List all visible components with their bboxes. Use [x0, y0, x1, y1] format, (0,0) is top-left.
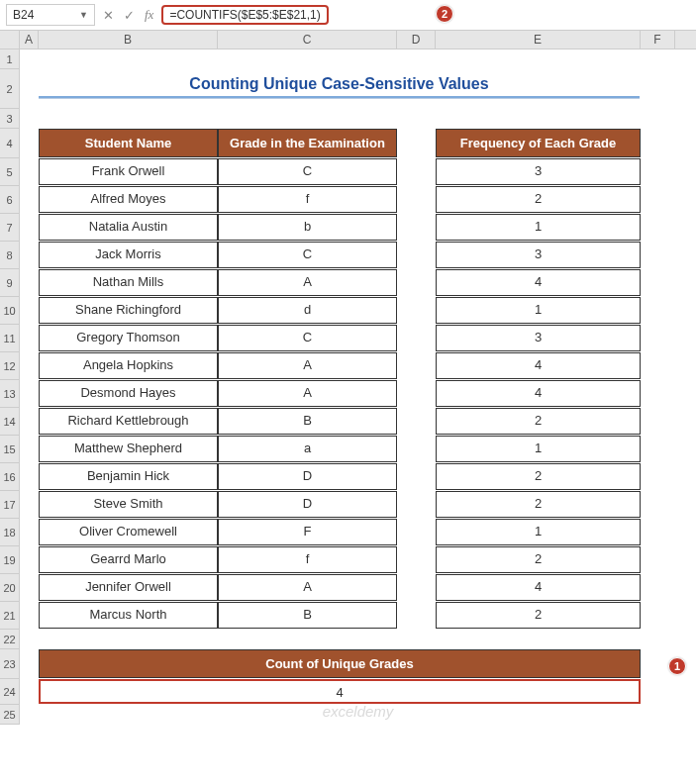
cell-grade[interactable]: D [218, 463, 397, 490]
cell-name[interactable]: Jennifer Orwell [39, 574, 218, 601]
cell-freq[interactable]: 4 [436, 380, 641, 407]
cell-freq[interactable]: 4 [436, 269, 641, 296]
col-header-F[interactable]: F [641, 31, 675, 49]
cell-freq[interactable]: 4 [436, 574, 641, 601]
row-header[interactable]: 5 [0, 158, 20, 186]
col-header-A[interactable]: A [20, 31, 39, 49]
cell-name[interactable]: Gregory Thomson [39, 325, 218, 351]
row-header[interactable]: 10 [0, 297, 20, 325]
select-all[interactable] [0, 31, 20, 49]
cell-grade[interactable]: f [218, 546, 397, 573]
table-row: Jennifer OrwellA4 [20, 574, 696, 602]
cell-name[interactable]: Shane Richingford [39, 297, 218, 324]
row-header[interactable]: 14 [0, 408, 20, 436]
formula-input[interactable]: =COUNTIFS($E$5:$E$21,1) [161, 4, 690, 26]
row-header[interactable]: 3 [0, 109, 20, 129]
cell-grade[interactable]: C [218, 242, 397, 268]
row-header[interactable]: 13 [0, 380, 20, 408]
row-header[interactable]: 16 [0, 463, 20, 491]
col-header-D[interactable]: D [397, 31, 436, 49]
chevron-down-icon[interactable]: ▼ [79, 10, 88, 20]
cell-freq[interactable]: 1 [436, 214, 641, 241]
cell-freq[interactable]: 1 [436, 297, 641, 324]
cell-name[interactable]: Marcus North [39, 602, 218, 629]
table-row: Angela HopkinsA4 [20, 352, 696, 380]
cell-name[interactable]: Angela Hopkins [39, 352, 218, 379]
row-header[interactable]: 19 [0, 546, 20, 574]
col-header-C[interactable]: C [218, 31, 397, 49]
table-row: Desmond HayesA4 [20, 380, 696, 408]
header-freq: Frequency of Each Grade [436, 129, 641, 157]
cell-freq[interactable]: 2 [436, 408, 641, 435]
cell-grade[interactable]: A [218, 352, 397, 379]
table-row: Nathan MillsA4 [20, 269, 696, 297]
row-header[interactable]: 9 [0, 269, 20, 297]
cell-grade[interactable]: F [218, 519, 397, 545]
table-row: Gregory ThomsonC3 [20, 325, 696, 352]
cell-grade[interactable]: B [218, 602, 397, 629]
fx-icon[interactable]: fx [145, 7, 153, 23]
col-header-E[interactable]: E [436, 31, 641, 49]
callout-1: 1 [668, 657, 686, 675]
row-header[interactable]: 12 [0, 352, 20, 380]
cell-grade[interactable]: A [218, 380, 397, 407]
cell-name[interactable]: Frank Orwell [39, 158, 218, 185]
row-header[interactable]: 22 [0, 630, 20, 649]
cell-grade[interactable]: D [218, 491, 397, 518]
cell-name[interactable]: Benjamin Hick [39, 463, 218, 490]
cell-grade[interactable]: A [218, 574, 397, 601]
cell-name[interactable]: Desmond Hayes [39, 380, 218, 407]
cell-freq[interactable]: 1 [436, 519, 641, 545]
row-header[interactable]: 6 [0, 186, 20, 214]
row-header[interactable]: 1 [0, 49, 20, 69]
cell-freq[interactable]: 3 [436, 242, 641, 268]
cell-freq[interactable]: 2 [436, 463, 641, 490]
cell-grade[interactable]: C [218, 325, 397, 351]
name-box[interactable]: B24 ▼ [6, 4, 95, 26]
cell-grade[interactable]: B [218, 408, 397, 435]
cell-name[interactable]: Natalia Austin [39, 214, 218, 241]
cell-freq[interactable]: 2 [436, 491, 641, 518]
cell-grade[interactable]: a [218, 436, 397, 462]
cell-freq[interactable]: 3 [436, 158, 641, 185]
accept-icon[interactable]: ✓ [124, 8, 135, 23]
table-row: Marcus NorthB2 [20, 602, 696, 630]
cell-name[interactable]: Gearrd Marlo [39, 546, 218, 573]
cell-name[interactable]: Richard Kettlebrough [39, 408, 218, 435]
row-header[interactable]: 17 [0, 491, 20, 519]
cell-grade[interactable]: b [218, 214, 397, 241]
row-header[interactable]: 8 [0, 242, 20, 269]
cell-name[interactable]: Oliver Cromewell [39, 519, 218, 545]
row-header[interactable]: 25 [0, 705, 20, 725]
cell-name[interactable]: Nathan Mills [39, 269, 218, 296]
cell-grade[interactable]: A [218, 269, 397, 296]
cell-grade[interactable]: f [218, 186, 397, 213]
cell-freq[interactable]: 2 [436, 546, 641, 573]
cell-name[interactable]: Jack Morris [39, 242, 218, 268]
cell-freq[interactable]: 2 [436, 602, 641, 629]
row-header[interactable]: 15 [0, 436, 20, 463]
cell-freq[interactable]: 3 [436, 325, 641, 351]
row-header[interactable]: 2 [0, 69, 20, 109]
cell-freq[interactable]: 2 [436, 186, 641, 213]
row-header[interactable]: 11 [0, 325, 20, 352]
cell-freq[interactable]: 4 [436, 352, 641, 379]
row-header[interactable]: 18 [0, 519, 20, 546]
count-value-cell[interactable]: 4 [39, 679, 641, 704]
cell-freq[interactable]: 1 [436, 436, 641, 462]
row-header[interactable]: 23 [0, 649, 20, 679]
row-header[interactable]: 21 [0, 602, 20, 630]
row-header[interactable]: 4 [0, 129, 20, 158]
cell-name[interactable]: Alfred Moyes [39, 186, 218, 213]
cell-grade[interactable]: d [218, 297, 397, 324]
cancel-icon[interactable]: ✕ [103, 8, 114, 23]
table-row: Steve SmithD2 [20, 491, 696, 519]
col-header-B[interactable]: B [39, 31, 218, 49]
row-header[interactable]: 20 [0, 574, 20, 602]
sheet[interactable]: Counting Unique Case-Sensitive Values St… [20, 49, 696, 725]
row-header[interactable]: 24 [0, 679, 20, 705]
row-header[interactable]: 7 [0, 214, 20, 242]
cell-grade[interactable]: C [218, 158, 397, 185]
cell-name[interactable]: Matthew Shepherd [39, 436, 218, 462]
cell-name[interactable]: Steve Smith [39, 491, 218, 518]
